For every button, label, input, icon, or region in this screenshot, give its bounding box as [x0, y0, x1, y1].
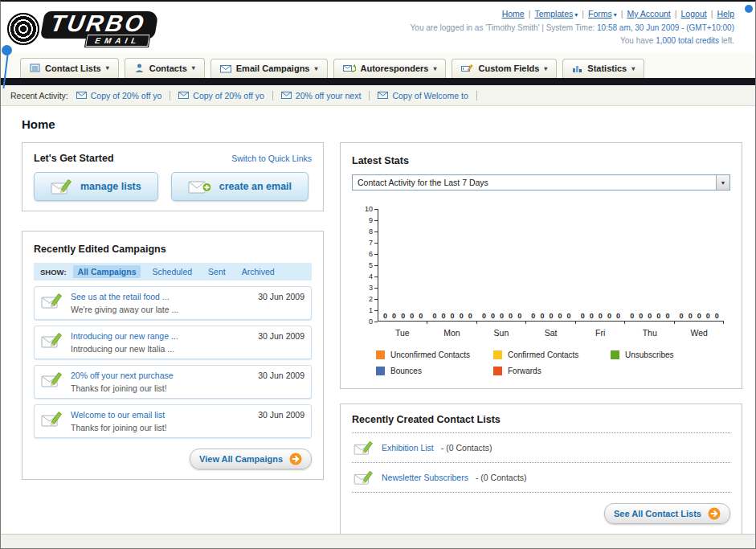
recent-contact-lists-panel: Recently Created Contact Lists Exhibitio… [340, 404, 742, 535]
separator: | [529, 9, 531, 18]
campaign-item[interactable]: Welcome to our email list Thanks for joi… [34, 404, 312, 438]
pencil-envelope-icon [353, 469, 374, 485]
tab-statistics[interactable]: Statistics ▾ [562, 59, 644, 78]
chart-value-groups: 00000000000000000000000000000000000 [378, 312, 724, 320]
chart-y-tick: 9 [357, 215, 378, 226]
campaign-title-link[interactable]: See us at the retail food ... [71, 292, 251, 301]
legend-swatch [493, 367, 502, 375]
campaigns-title: Recently Edited Campaigns [34, 244, 166, 255]
see-all-contact-lists-button[interactable]: See All Contact Lists [604, 503, 730, 524]
nav-link-label: Forms [588, 9, 612, 18]
legend-label: Forwards [508, 367, 541, 375]
system-time: 10:58 am, 30 Jun 2009 [597, 23, 679, 32]
legend-item: Confirmed Contacts [493, 350, 611, 359]
stats-title: Latest Stats [352, 155, 409, 166]
nav-link-home[interactable]: Home [502, 9, 525, 18]
chevron-down-icon: ▾ [631, 65, 635, 72]
logo-subtitle: EMAIL [85, 35, 150, 47]
chart-value-group: 00000 [526, 312, 575, 320]
nav-link-my-account[interactable]: My Account [627, 9, 671, 18]
chart-day-label: Sat [526, 328, 576, 338]
footer-strip [1, 534, 755, 548]
activity-item-label: Copy of 20% off yo [91, 91, 162, 100]
legend-swatch [493, 350, 502, 359]
nav-link-templates[interactable]: Templates▾ [534, 9, 578, 18]
switch-quick-links[interactable]: Switch to Quick Links [231, 154, 312, 163]
campaign-item[interactable]: 20% off your next purchase Thanks for jo… [34, 365, 312, 399]
separator: | [582, 9, 584, 18]
contact-list-detail: - (0 Contacts) [441, 443, 492, 453]
stats-period-value: Contact Activity for the Last 7 Days [358, 178, 488, 187]
contact-lists-icon [30, 63, 40, 73]
top-header: TURBO EMAIL Home|Templates▾|Forms▾|My Ac… [1, 2, 755, 53]
pencil-envelope-icon [41, 292, 63, 309]
separator: | [711, 9, 713, 18]
tab-autoresponders[interactable]: Autoresponders ▾ [333, 59, 447, 78]
recent-activity-item[interactable]: Copy of Welcome to [378, 91, 476, 100]
tab-email-campaigns[interactable]: Email Campaigns ▾ [210, 59, 328, 78]
chart-y-tick: 6 [357, 248, 378, 260]
campaign-title-link[interactable]: 20% off your next purchase [71, 371, 251, 380]
chart-day-label: Mon [427, 328, 477, 338]
recent-campaigns-panel: Recently Edited Campaigns SHOW: All Camp… [22, 231, 324, 480]
recent-activity-item[interactable]: Copy of 20% off yo [178, 91, 273, 100]
create-email-button[interactable]: create an email [171, 172, 309, 201]
tab-label: Email Campaigns [236, 64, 310, 73]
nav-link-forms[interactable]: Forms▾ [588, 9, 617, 18]
filter-archived[interactable]: Archived [237, 265, 280, 278]
nav-link-help[interactable]: Help [717, 9, 734, 18]
chart-value-group: 00000 [378, 312, 427, 320]
chevron-down-icon: ▾ [574, 10, 578, 20]
contact-list-item[interactable]: Newsletter Subscribers - (0 Contacts) [352, 463, 730, 493]
nav-link-logout[interactable]: Logout [681, 9, 707, 18]
app-window: TURBO EMAIL Home|Templates▾|Forms▾|My Ac… [0, 0, 756, 549]
tab-label: Custom Fields [478, 64, 539, 73]
nav-divider-bar [1, 78, 755, 85]
recent-activity-item[interactable]: Copy of 20% off yo [76, 91, 171, 100]
arrow-circle-icon [708, 507, 721, 520]
campaign-title-link[interactable]: Welcome to our email list [71, 410, 251, 420]
timezone: - (GMT+10:00) [681, 23, 734, 32]
recent-activity-item[interactable]: 20% off your next [281, 91, 370, 100]
contact-list-link[interactable]: Newsletter Subscribers [382, 473, 468, 482]
envelope-icon [76, 92, 87, 99]
tab-custom-fields[interactable]: Custom Fields ▾ [452, 59, 557, 78]
campaign-item[interactable]: See us at the retail food ... We're givi… [34, 286, 312, 320]
chart-y-tick: 5 [357, 260, 378, 271]
chevron-down-icon: ▾ [192, 64, 195, 72]
arrow-circle-icon [289, 453, 302, 465]
view-all-campaigns-label: View All Campaigns [199, 454, 283, 464]
contact-lists-title: Recently Created Contact Lists [352, 414, 730, 433]
campaign-item[interactable]: Introducing our new range ... Introducin… [34, 326, 312, 359]
envelope-icon [281, 92, 292, 99]
chart-day-labels: TueMonSunSatFriThuWed [378, 328, 724, 338]
chart-day-label: Wed [674, 328, 724, 338]
tab-contact-lists[interactable]: Contact Lists ▾ [20, 58, 119, 78]
contact-list-item[interactable]: Exhibition List - (0 Contacts) [352, 433, 730, 463]
chart-value-group: 00000 [576, 312, 625, 320]
chart-day-label: Sun [476, 328, 526, 338]
pencil-envelope-icon [51, 178, 73, 195]
view-all-campaigns-button[interactable]: View All Campaigns [190, 449, 312, 469]
filter-sent[interactable]: Sent [203, 265, 231, 278]
chart-y-tick: 8 [357, 226, 378, 237]
envelope-plus-icon [188, 178, 212, 195]
recent-activity-label: Recent Activity: [10, 91, 68, 100]
manage-lists-button[interactable]: manage lists [34, 172, 158, 201]
filter-all-campaigns[interactable]: All Campaigns [73, 265, 141, 278]
chart-value-group: 00000 [675, 312, 724, 320]
campaign-date: 30 Jun 2009 [258, 331, 304, 341]
tab-contacts[interactable]: Contacts ▾ [125, 58, 205, 78]
credits-info: You have 1,000 total credits left. [411, 35, 734, 47]
legend-item: Forwards [493, 367, 611, 375]
autoresponders-icon [343, 64, 356, 73]
contact-list-link[interactable]: Exhibition List [382, 443, 434, 453]
pencil-envelope-icon [41, 371, 63, 388]
chevron-down-icon: ▾ [314, 65, 317, 72]
filter-scheduled[interactable]: Scheduled [147, 265, 197, 278]
pencil-envelope-icon [353, 440, 374, 456]
stats-period-select[interactable]: Contact Activity for the Last 7 Days ▼ [352, 174, 730, 191]
tab-label: Contact Lists [45, 64, 101, 73]
page-title: Home [22, 117, 742, 131]
campaign-title-link[interactable]: Introducing our new range ... [71, 331, 251, 341]
